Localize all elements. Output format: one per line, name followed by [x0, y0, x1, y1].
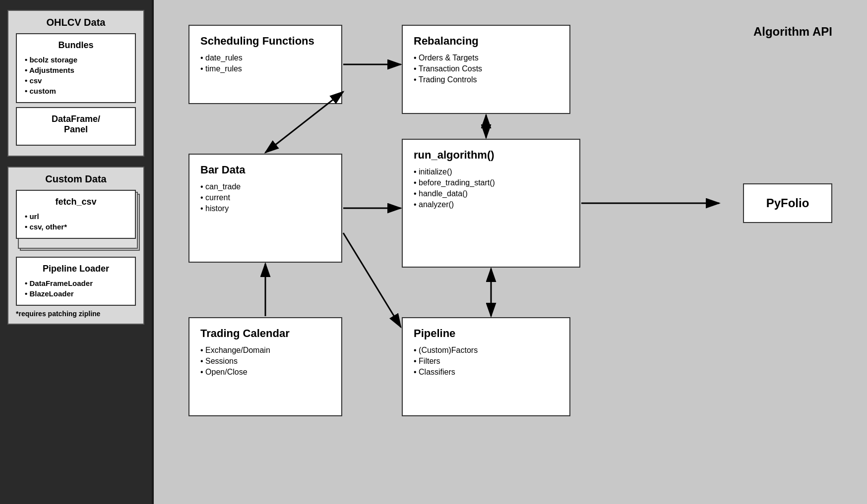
- pipeline-item-1: (Custom)Factors: [414, 345, 558, 356]
- diagram-area: Algorithm API Scheduling Functions date_…: [174, 15, 847, 489]
- runalgo-item-4: analyzer(): [414, 199, 568, 210]
- ohlcv-section: OHLCV Data Bundles bcolz storage Adjustm…: [7, 10, 144, 157]
- bundles-item-3: csv: [25, 75, 127, 86]
- pipeline-title: Pipeline: [414, 327, 558, 340]
- bundles-item-1: bcolz storage: [25, 55, 127, 65]
- pipeline-box: Pipeline (Custom)Factors Filters Classif…: [402, 317, 570, 416]
- rebalancing-list: Orders & Targets Transaction Costs Tradi…: [414, 53, 558, 85]
- tradingcal-box: Trading Calendar Exchange/Domain Session…: [188, 317, 342, 416]
- pipeline-loader-item-2: BlazeLoader: [25, 288, 127, 299]
- tradingcal-item-1: Exchange/Domain: [200, 345, 330, 356]
- bundles-item-4: custom: [25, 86, 127, 96]
- right-panel: Algorithm API Scheduling Functions date_…: [154, 0, 867, 504]
- ohlcv-title: OHLCV Data: [16, 17, 136, 28]
- fetch-csv-title: fetch_csv: [25, 197, 127, 207]
- scheduling-item-1: date_rules: [200, 53, 330, 63]
- scheduling-box: Scheduling Functions date_rules time_rul…: [188, 25, 342, 104]
- runalgo-title: run_algorithm(): [414, 149, 568, 162]
- fetch-csv-item-2: csv, other*: [25, 222, 127, 232]
- runalgo-item-3: handle_data(): [414, 188, 568, 199]
- dataframe-box: DataFrame/Panel: [16, 107, 136, 146]
- pipeline-loader-list: DataFrameLoader BlazeLoader: [25, 278, 127, 299]
- bardata-list: can_trade current history: [200, 181, 330, 214]
- scheduling-item-2: time_rules: [200, 63, 330, 74]
- tradingcal-title: Trading Calendar: [200, 327, 330, 340]
- algo-api-label: Algorithm API: [753, 25, 832, 39]
- tradingcal-list: Exchange/Domain Sessions Open/Close: [200, 345, 330, 378]
- fetch-csv-stacked: fetch_csv url csv, other*: [16, 190, 136, 247]
- scheduling-title: Scheduling Functions: [200, 35, 330, 48]
- rebalancing-item-3: Trading Controls: [414, 74, 558, 85]
- bardata-box: Bar Data can_trade current history: [188, 154, 342, 263]
- scheduling-list: date_rules time_rules: [200, 53, 330, 74]
- footnote: *requires patching zipline: [16, 310, 136, 318]
- dataframe-title: DataFrame/Panel: [25, 114, 127, 135]
- pipeline-list: (Custom)Factors Filters Classifiers: [414, 345, 558, 378]
- pyfolio-box: PyFolio: [743, 183, 832, 223]
- pyfolio-title: PyFolio: [766, 196, 809, 210]
- tradingcal-item-2: Sessions: [200, 356, 330, 367]
- bardata-title: Bar Data: [200, 164, 330, 176]
- pipeline-loader-title: Pipeline Loader: [25, 264, 127, 274]
- svg-line-6: [343, 233, 401, 327]
- bundles-item-2: Adjustments: [25, 65, 127, 75]
- rebalancing-box: Rebalancing Orders & Targets Transaction…: [402, 25, 570, 114]
- pipeline-item-3: Classifiers: [414, 367, 558, 378]
- fetch-csv-item-1: url: [25, 211, 127, 222]
- bundles-title: Bundles: [25, 40, 127, 51]
- rebalancing-item-2: Transaction Costs: [414, 63, 558, 74]
- custom-data-section: Custom Data fetch_csv url csv, other* Pi…: [7, 167, 144, 325]
- bardata-item-2: current: [200, 192, 330, 203]
- fetch-csv-list: url csv, other*: [25, 211, 127, 232]
- rebalancing-title: Rebalancing: [414, 35, 558, 48]
- custom-data-title: Custom Data: [16, 173, 136, 185]
- bardata-item-1: can_trade: [200, 181, 330, 192]
- runalgo-box: run_algorithm() initialize() before_trad…: [402, 139, 580, 268]
- pipeline-loader-item-1: DataFrameLoader: [25, 278, 127, 288]
- runalgo-list: initialize() before_trading_start() hand…: [414, 167, 568, 210]
- rebalancing-item-1: Orders & Targets: [414, 53, 558, 63]
- fetch-csv-box: fetch_csv url csv, other*: [16, 190, 136, 239]
- pipeline-loader-box: Pipeline Loader DataFrameLoader BlazeLoa…: [16, 257, 136, 306]
- runalgo-item-2: before_trading_start(): [414, 177, 568, 188]
- runalgo-item-1: initialize(): [414, 167, 568, 177]
- bundles-box: Bundles bcolz storage Adjustments csv cu…: [16, 33, 136, 103]
- pipeline-item-2: Filters: [414, 356, 558, 367]
- left-panel: OHLCV Data Bundles bcolz storage Adjustm…: [0, 0, 154, 504]
- tradingcal-item-3: Open/Close: [200, 367, 330, 378]
- bundles-list: bcolz storage Adjustments csv custom: [25, 55, 127, 96]
- bardata-item-3: history: [200, 203, 330, 214]
